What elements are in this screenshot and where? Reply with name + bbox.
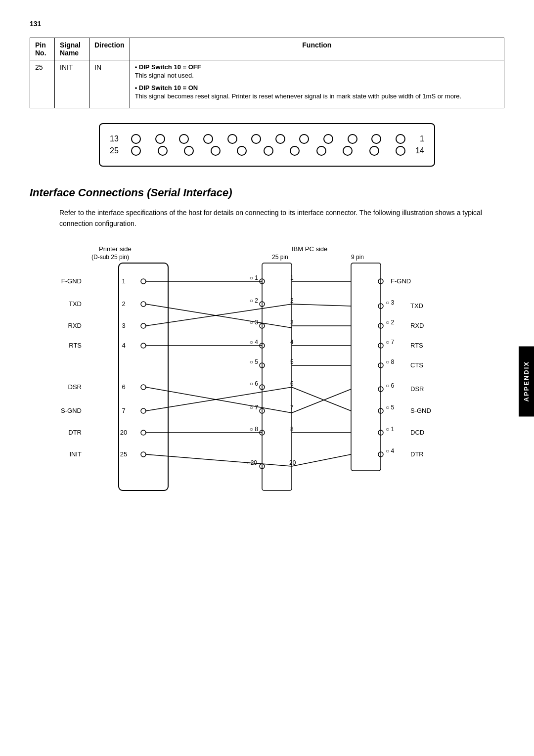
- svg-text:S-GND: S-GND: [410, 407, 431, 414]
- connector-outer: 13 1 25: [99, 123, 435, 167]
- pin-circle: [227, 134, 237, 144]
- svg-text:CTS: CTS: [410, 361, 423, 369]
- svg-text:Printer side: Printer side: [99, 245, 132, 253]
- appendix-tab: APPENDIX: [519, 346, 534, 416]
- svg-text:○ 3: ○ 3: [250, 319, 259, 326]
- svg-text:○ 7: ○ 7: [250, 404, 259, 411]
- svg-rect-7: [351, 263, 381, 471]
- svg-text:20: 20: [120, 429, 127, 436]
- svg-text:○ 5: ○ 5: [386, 404, 395, 411]
- svg-text:○ 5: ○ 5: [250, 358, 259, 365]
- svg-text:IBM PC side: IBM PC side: [292, 245, 327, 253]
- serial-interface-diagram: Printer side IBM PC side (D-sub 25 pin) …: [54, 241, 480, 518]
- svg-text:○ 7: ○ 7: [386, 339, 395, 346]
- svg-text:○ 3: ○ 3: [386, 299, 395, 306]
- svg-point-14: [141, 302, 146, 307]
- svg-point-38: [141, 452, 146, 457]
- svg-text:RXD: RXD: [410, 322, 424, 329]
- svg-rect-6: [262, 263, 292, 490]
- svg-text:4: 4: [122, 342, 125, 349]
- direction-value: IN: [89, 60, 130, 108]
- pin-circle: [131, 146, 141, 156]
- top-pins: [127, 134, 409, 144]
- svg-text:6: 6: [290, 380, 294, 387]
- pin-circle: [348, 134, 357, 144]
- svg-text:○ 8: ○ 8: [386, 358, 395, 365]
- dip-off-text: This signal not used.: [135, 72, 499, 79]
- svg-text:1: 1: [290, 274, 294, 281]
- function-cell: • DIP Switch 10 = OFF This signal not us…: [130, 60, 504, 108]
- pin-circle: [155, 134, 165, 144]
- svg-text:25 pin: 25 pin: [272, 254, 288, 261]
- svg-line-59: [292, 304, 351, 306]
- svg-text:20: 20: [289, 459, 296, 466]
- pin-circle: [131, 134, 141, 144]
- top-row-start-label: 13: [110, 134, 127, 143]
- svg-text:3: 3: [290, 319, 294, 326]
- svg-text:2: 2: [290, 297, 294, 304]
- pin-circle: [316, 146, 326, 156]
- svg-text:○ 8: ○ 8: [250, 426, 259, 433]
- svg-text:6: 6: [122, 383, 125, 391]
- pin-circle: [369, 146, 379, 156]
- svg-text:○ 4: ○ 4: [386, 447, 395, 454]
- svg-text:RTS: RTS: [410, 342, 423, 349]
- pin-circle: [396, 146, 405, 156]
- dip-on-text: This signal becomes reset signal. Printe…: [135, 92, 499, 100]
- connector-top-row: 13 1: [110, 134, 424, 144]
- svg-point-18: [141, 323, 146, 328]
- svg-text:RXD: RXD: [68, 322, 82, 329]
- bottom-pins: [127, 146, 409, 156]
- svg-text:2: 2: [122, 300, 125, 308]
- svg-point-10: [141, 279, 146, 284]
- svg-text:○ 2: ○ 2: [250, 297, 259, 304]
- svg-text:○ 6: ○ 6: [386, 382, 395, 389]
- pin-circle: [179, 134, 189, 144]
- svg-text:4: 4: [290, 339, 294, 346]
- svg-text:25: 25: [120, 450, 127, 458]
- svg-text:○ 1: ○ 1: [250, 274, 259, 281]
- svg-point-26: [141, 385, 146, 390]
- header-function: Function: [130, 38, 504, 60]
- pin-circle: [203, 134, 213, 144]
- pin-circle: [396, 134, 405, 144]
- section-body: Refer to the interface specifications of…: [59, 207, 504, 229]
- dip-on-label: • DIP Switch 10 = ON: [135, 84, 499, 91]
- pin-circle: [275, 134, 285, 144]
- pin-circle: [237, 146, 247, 156]
- svg-text:3: 3: [122, 322, 125, 329]
- pin-circle: [299, 134, 309, 144]
- svg-text:F-GND: F-GND: [61, 277, 82, 285]
- svg-point-22: [141, 343, 146, 348]
- svg-line-63: [292, 389, 351, 413]
- svg-text:RTS: RTS: [69, 342, 82, 349]
- header-pin: PinNo.: [30, 38, 55, 60]
- svg-text:1: 1: [122, 277, 125, 285]
- svg-text:○ 6: ○ 6: [250, 380, 259, 387]
- svg-text:INIT: INIT: [69, 450, 82, 458]
- svg-text:○ 1: ○ 1: [386, 426, 395, 433]
- serial-svg: Printer side IBM PC side (D-sub 25 pin) …: [54, 241, 480, 518]
- svg-text:DSR: DSR: [410, 385, 424, 393]
- bottom-row-end-label: 14: [409, 146, 424, 155]
- svg-text:DTR: DTR: [68, 429, 82, 436]
- pin-circle: [251, 134, 261, 144]
- pin-number: 25: [30, 60, 55, 108]
- pin-circle: [323, 134, 333, 144]
- pin-circle: [290, 146, 300, 156]
- svg-point-30: [141, 408, 146, 413]
- signal-table: PinNo. SignalName Direction Function 25 …: [30, 38, 504, 108]
- svg-line-66: [292, 454, 351, 466]
- pin-circle: [184, 146, 194, 156]
- pin-circle: [264, 146, 273, 156]
- pin-circle: [371, 134, 381, 144]
- bottom-row-start-label: 25: [110, 146, 127, 155]
- svg-text:TXD: TXD: [410, 302, 423, 310]
- svg-text:○ 4: ○ 4: [250, 339, 259, 346]
- svg-point-34: [141, 430, 146, 435]
- connector-bottom-row: 25 14: [110, 146, 424, 156]
- header-signal: SignalName: [55, 38, 89, 60]
- svg-text:○ 2: ○ 2: [386, 319, 395, 326]
- svg-text:DSR: DSR: [68, 383, 82, 391]
- table-row: 25 INIT IN • DIP Switch 10 = OFF This si…: [30, 60, 504, 108]
